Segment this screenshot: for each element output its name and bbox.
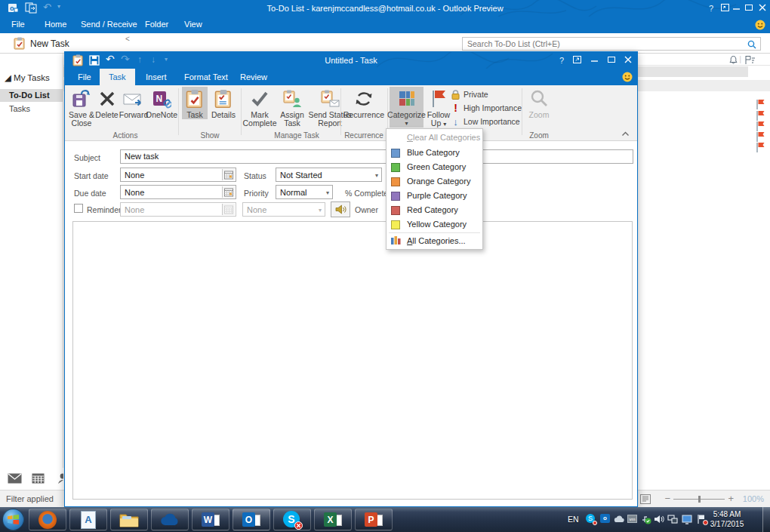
tray-language-indicator[interactable]: EN: [568, 515, 579, 524]
task-minimize-button[interactable]: [589, 52, 601, 69]
flag-filter-icon[interactable]: [744, 55, 755, 65]
zoom-level-text[interactable]: 100%: [743, 494, 764, 503]
due-date-field[interactable]: None: [120, 185, 236, 199]
start-date-field[interactable]: None: [120, 168, 236, 182]
tray-safely-remove-icon[interactable]: [641, 514, 651, 524]
main-help-button[interactable]: ?: [705, 0, 717, 17]
new-task-button[interactable]: New Task: [30, 38, 69, 49]
tray-display-icon[interactable]: [682, 514, 692, 524]
search-icon[interactable]: [747, 40, 756, 49]
taskbar-app-outlook[interactable]: O: [233, 509, 270, 530]
taskbar-app-skype[interactable]: S: [273, 509, 311, 530]
main-maximize-button[interactable]: [743, 0, 755, 17]
due-date-calendar-button[interactable]: [222, 186, 235, 198]
menu-item-purple-category[interactable]: Purple Category: [387, 189, 482, 203]
mark-complete-button[interactable]: Mark Complete: [243, 87, 276, 128]
tray-onedrive-icon[interactable]: [614, 514, 624, 524]
zoom-out-button[interactable]: −: [664, 493, 670, 504]
assign-task-button[interactable]: Assign Task: [277, 87, 307, 128]
reading-view-icon[interactable]: [640, 494, 651, 504]
follow-up-button[interactable]: Follow Up ▾: [424, 87, 453, 128]
high-importance-button[interactable]: ! High Importance: [451, 102, 522, 114]
main-tab-send-receive[interactable]: Send / Receive: [81, 20, 137, 29]
tray-vm-icon[interactable]: vm: [627, 514, 638, 524]
search-input[interactable]: [467, 38, 739, 49]
main-tab-home[interactable]: Home: [45, 20, 66, 29]
search-box[interactable]: [462, 37, 761, 51]
private-button[interactable]: Private: [451, 88, 488, 100]
task-maximize-button[interactable]: [605, 52, 618, 69]
taskbar-app-firefox[interactable]: [29, 509, 66, 530]
zoom-in-button[interactable]: +: [728, 493, 734, 504]
taskbar-app-onedrive[interactable]: [151, 509, 189, 530]
sidebar-item-tasks[interactable]: Tasks: [9, 104, 30, 113]
taskbar-app-file-explorer[interactable]: [110, 509, 148, 530]
reminder-bell-icon[interactable]: [728, 55, 738, 65]
collapse-ribbon-chevron-icon[interactable]: [621, 131, 630, 137]
people-nav-icon[interactable]: [57, 473, 63, 484]
task-flag-icon[interactable]: [756, 99, 765, 109]
subject-field[interactable]: [120, 149, 633, 164]
collapse-ribbon-icon[interactable]: <: [125, 35, 130, 43]
low-importance-button[interactable]: ↓ Low Importance: [451, 115, 520, 128]
sidebar-item-todo-list[interactable]: To-Do List: [0, 89, 63, 102]
taskbar-app-word[interactable]: W: [192, 509, 229, 530]
onenote-button[interactable]: N OneNote: [146, 87, 177, 119]
delete-button[interactable]: Delete: [94, 87, 120, 119]
menu-item-yellow-category[interactable]: Yellow Category: [387, 217, 482, 232]
feedback-smiley-icon[interactable]: [755, 20, 765, 30]
forward-button[interactable]: Forward: [119, 87, 149, 119]
sidebar-group-my-tasks[interactable]: ◢ My Tasks: [5, 72, 50, 83]
show-task-button[interactable]: Task: [182, 87, 208, 119]
start-button[interactable]: [2, 509, 24, 530]
status-dropdown[interactable]: Not Started ▾: [276, 168, 382, 182]
main-tab-view[interactable]: View: [184, 20, 202, 29]
reminder-sound-button[interactable]: [331, 201, 350, 217]
task-popout-button[interactable]: [571, 52, 583, 69]
menu-item-green-category[interactable]: Green Category: [387, 160, 482, 174]
tray-volume-icon[interactable]: [654, 514, 664, 524]
menu-item-blue-category[interactable]: Blue Category: [387, 146, 482, 160]
menu-item-red-category[interactable]: Red Category: [387, 203, 482, 217]
subject-input[interactable]: [125, 152, 623, 161]
taskbar-clock[interactable]: 5:48 AM 3/17/2015: [701, 509, 753, 529]
main-tab-file[interactable]: File: [11, 20, 25, 29]
task-flag-icon[interactable]: [756, 121, 765, 131]
start-date-calendar-button[interactable]: [222, 169, 235, 180]
priority-dropdown[interactable]: Normal ▾: [276, 185, 333, 199]
task-tab-format-text[interactable]: Format Text: [175, 69, 237, 85]
reminder-checkbox[interactable]: [74, 204, 83, 213]
task-flag-icon[interactable]: [756, 110, 765, 121]
task-tab-insert[interactable]: Insert: [137, 69, 176, 85]
save-close-button[interactable]: Save & Close: [67, 87, 96, 128]
tray-outlook-icon[interactable]: o: [600, 514, 611, 524]
calendar-nav-icon[interactable]: [32, 473, 45, 484]
taskbar-app-powerpoint[interactable]: P: [355, 509, 393, 530]
main-close-button[interactable]: [756, 0, 768, 17]
task-flag-icon[interactable]: [756, 131, 765, 142]
main-ribbon-display-button[interactable]: [719, 0, 731, 17]
show-details-button[interactable]: Details: [208, 87, 239, 119]
task-tab-review[interactable]: Review: [231, 69, 276, 85]
task-tab-task[interactable]: Task: [100, 69, 135, 85]
feedback-smiley-icon[interactable]: [622, 72, 633, 82]
menu-item-orange-category[interactable]: Orange Category: [387, 174, 482, 189]
main-minimize-button[interactable]: [731, 0, 743, 17]
task-flag-icon[interactable]: [756, 142, 765, 152]
taskbar-app-document-viewer[interactable]: A: [69, 509, 107, 530]
task-tab-file[interactable]: File: [69, 69, 100, 85]
show-desktop-button[interactable]: [762, 507, 770, 532]
task-help-button[interactable]: ?: [556, 52, 568, 69]
recurrence-button[interactable]: Recurrence: [343, 87, 385, 119]
task-notes-area[interactable]: [72, 221, 633, 500]
menu-item-all-categories[interactable]: All Categories...: [387, 234, 482, 248]
tray-network-icon[interactable]: [667, 514, 678, 524]
mail-nav-icon[interactable]: [8, 473, 22, 484]
task-close-button[interactable]: [622, 52, 634, 69]
zoom-slider-thumb[interactable]: [698, 496, 701, 503]
main-tab-folder[interactable]: Folder: [145, 20, 168, 29]
taskbar-app-excel[interactable]: X: [314, 509, 352, 530]
send-status-report-icon: [320, 87, 340, 111]
tray-skype-icon[interactable]: S: [586, 514, 596, 524]
categorize-button[interactable]: Categorize ▾: [390, 87, 424, 128]
